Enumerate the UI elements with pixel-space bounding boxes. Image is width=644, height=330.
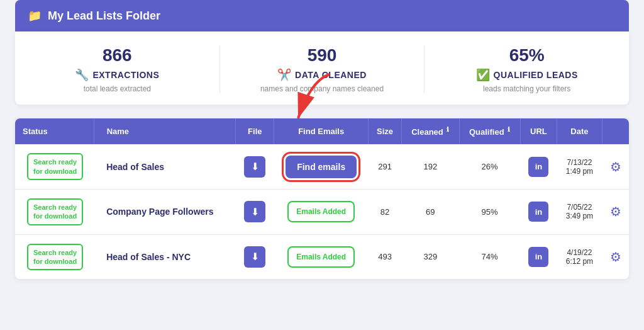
extractions-icon: 🔧 bbox=[75, 68, 89, 82]
extractions-label: EXTRACTIONS bbox=[92, 70, 159, 80]
col-actions bbox=[602, 118, 629, 144]
cleaned-label: DATA CLEANED bbox=[295, 70, 367, 80]
cleaned-number: 590 bbox=[220, 45, 425, 65]
row3-download-button[interactable]: ⬇ bbox=[244, 246, 265, 268]
row2-download-button[interactable]: ⬇ bbox=[244, 201, 265, 222]
row2-name: Company Page Followers bbox=[94, 189, 236, 234]
row1-download-button[interactable]: ⬇ bbox=[244, 156, 265, 178]
row2-date: 7/05/223:49 pm bbox=[557, 189, 602, 234]
row1-qualified: 26% bbox=[459, 144, 520, 189]
row2-size: 82 bbox=[369, 189, 402, 234]
row2-qualified: 95% bbox=[459, 189, 520, 234]
row3-date: 4/19/226:12 pm bbox=[557, 234, 602, 279]
col-date: Date bbox=[557, 118, 602, 144]
row2-status: Search readyfor download bbox=[15, 189, 94, 234]
stat-data-cleaned: 590 ✂️ DATA CLEANED names and company na… bbox=[220, 45, 425, 93]
stats-bar: 866 🔧 EXTRACTIONS total leads extracted … bbox=[15, 31, 629, 105]
row3-find-emails: Emails Added bbox=[274, 234, 369, 279]
table-row: Search readyfor download Head of Sales ⬇… bbox=[15, 144, 629, 189]
table-header-row: Status Name File Find Emails Size Cleane… bbox=[15, 118, 629, 144]
extractions-sub: total leads extracted bbox=[15, 84, 219, 93]
row1-date: 7/13/221:49 pm bbox=[557, 144, 602, 189]
cleaned-sub: names and company names cleaned bbox=[220, 84, 425, 93]
row3-linkedin-button[interactable]: in bbox=[528, 247, 548, 267]
col-status: Status bbox=[15, 118, 94, 144]
status-badge: Search readyfor download bbox=[27, 244, 83, 271]
row3-settings-button[interactable]: ⚙ bbox=[610, 249, 621, 265]
emails-added-button-2[interactable]: Emails Added bbox=[287, 246, 355, 268]
row1-name: Head of Sales bbox=[94, 144, 236, 189]
row1-settings-button[interactable]: ⚙ bbox=[610, 159, 621, 174]
row1-status: Search readyfor download bbox=[15, 144, 94, 189]
leads-table-container: Status Name File Find Emails Size Cleane… bbox=[15, 118, 629, 279]
col-url: URL bbox=[520, 118, 557, 144]
row3-file: ⬇ bbox=[236, 234, 274, 279]
col-file: File bbox=[236, 118, 274, 144]
row2-linkedin-button[interactable]: in bbox=[528, 202, 548, 222]
col-cleaned: Cleaned ℹ bbox=[402, 118, 459, 144]
qualified-number: 65% bbox=[425, 45, 629, 65]
row3-status: Search readyfor download bbox=[15, 234, 94, 279]
cleaned-icon: ✂️ bbox=[277, 68, 291, 82]
stat-qualified-leads: 65% ✅ QUALIFIED LEADS leads matching you… bbox=[425, 45, 629, 93]
col-size: Size bbox=[369, 118, 402, 144]
qualified-sub: leads matching your filters bbox=[425, 84, 629, 93]
row1-gear: ⚙ bbox=[602, 144, 629, 189]
row3-name: Head of Sales - NYC bbox=[94, 234, 236, 279]
leads-table-wrap: Status Name File Find Emails Size Cleane… bbox=[15, 118, 629, 279]
status-badge: Search readyfor download bbox=[27, 198, 83, 225]
header-bar: 📁 My Lead Lists Folder bbox=[15, 0, 629, 31]
leads-table: Status Name File Find Emails Size Cleane… bbox=[15, 118, 629, 279]
row2-cleaned: 69 bbox=[402, 189, 459, 234]
row3-cleaned: 329 bbox=[402, 234, 459, 279]
emails-added-button[interactable]: Emails Added bbox=[287, 201, 355, 222]
qualified-icon: ✅ bbox=[476, 68, 490, 82]
row1-linkedin-button[interactable]: in bbox=[528, 157, 548, 177]
row2-url: in bbox=[520, 189, 557, 234]
page-title: My Lead Lists Folder bbox=[48, 9, 160, 23]
stat-extractions: 866 🔧 EXTRACTIONS total leads extracted bbox=[15, 45, 220, 93]
row3-gear: ⚙ bbox=[602, 234, 629, 279]
row1-cleaned: 192 bbox=[402, 144, 459, 189]
status-badge: Search readyfor download bbox=[27, 153, 83, 180]
folder-icon: 📁 bbox=[28, 9, 42, 23]
row2-find-emails: Emails Added bbox=[274, 189, 369, 234]
qualified-label: QUALIFIED LEADS bbox=[494, 70, 578, 80]
row3-size: 493 bbox=[369, 234, 402, 279]
row3-url: in bbox=[520, 234, 557, 279]
row2-settings-button[interactable]: ⚙ bbox=[610, 204, 621, 219]
row1-find-emails: Find emails bbox=[274, 144, 369, 189]
row2-file: ⬇ bbox=[236, 189, 274, 234]
col-name: Name bbox=[94, 118, 236, 144]
row1-size: 291 bbox=[369, 144, 402, 189]
extractions-number: 866 bbox=[15, 45, 219, 65]
row1-url: in bbox=[520, 144, 557, 189]
row3-qualified: 74% bbox=[459, 234, 520, 279]
col-find-emails: Find Emails bbox=[274, 118, 369, 144]
table-row: Search readyfor download Head of Sales -… bbox=[15, 234, 629, 279]
row1-file: ⬇ bbox=[236, 144, 274, 189]
col-qualified: Qualified ℹ bbox=[459, 118, 520, 144]
row2-gear: ⚙ bbox=[602, 189, 629, 234]
table-row: Search readyfor download Company Page Fo… bbox=[15, 189, 629, 234]
find-emails-button[interactable]: Find emails bbox=[286, 156, 357, 178]
